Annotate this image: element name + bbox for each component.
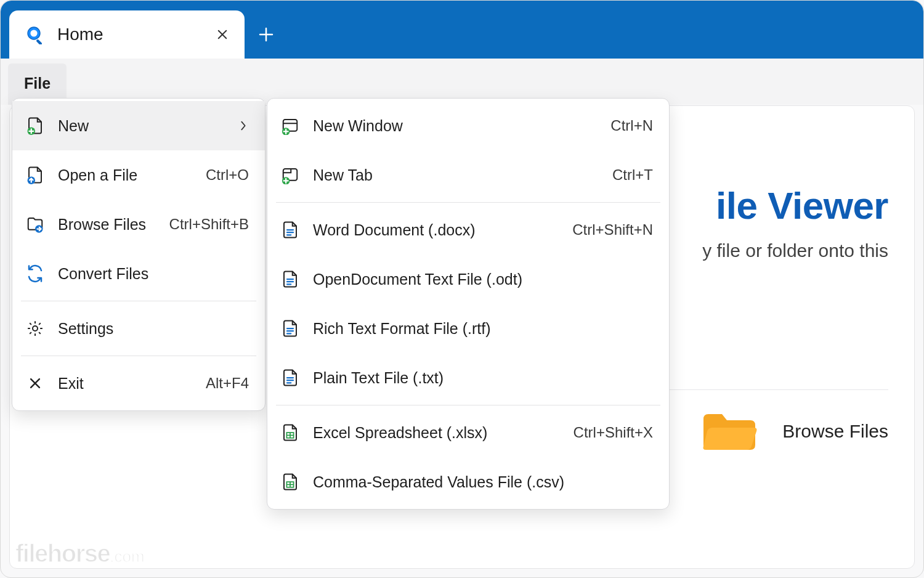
menu-item-shortcut: Ctrl+N (610, 117, 653, 134)
new-file-plus-icon (25, 115, 46, 136)
menu-item-label: Settings (58, 320, 249, 338)
spreadsheet-icon (280, 471, 301, 492)
watermark-suffix: .com (110, 547, 144, 566)
tab-bar: Home (1, 1, 923, 59)
browse-files-button[interactable]: Browse Files (701, 409, 888, 454)
svg-rect-2 (36, 39, 43, 44)
close-icon[interactable] (214, 26, 231, 43)
new-menu-csv[interactable]: Comma-Separated Values File (.csv) (267, 457, 669, 507)
menu-item-label: Word Document (.docx) (313, 221, 560, 239)
menu-item-shortcut: Ctrl+Shift+N (572, 221, 653, 238)
new-menu-txt[interactable]: Plain Text File (.txt) (267, 353, 669, 402)
folder-icon (701, 409, 758, 454)
watermark-brand: filehorse (15, 540, 110, 567)
document-icon (280, 269, 301, 290)
menu-item-label: Exit (58, 375, 193, 393)
document-icon (280, 367, 301, 388)
menu-item-shortcut: Ctrl+T (612, 166, 653, 184)
watermark: filehorse.com (15, 540, 145, 568)
menu-item-label: Comma-Separated Values File (.csv) (313, 473, 653, 491)
new-menu-window[interactable]: New Window Ctrl+N (267, 101, 669, 150)
menu-item-shortcut: Alt+F4 (206, 375, 249, 392)
menu-separator (276, 405, 660, 405)
menu-item-shortcut: Ctrl+O (206, 166, 249, 184)
menu-item-label: Rich Text Format File (.rtf) (313, 320, 653, 338)
magnifier-icon (24, 23, 46, 46)
menu-item-label: New Tab (313, 166, 600, 184)
menu-item-label: Open a File (58, 166, 193, 184)
svg-point-1 (30, 30, 37, 36)
spreadsheet-icon (280, 422, 301, 443)
new-menu-xlsx[interactable]: Excel Spreadsheet (.xlsx) Ctrl+Shift+X (267, 408, 669, 457)
browse-files-label: Browse Files (782, 421, 888, 442)
file-menu-exit[interactable]: Exit Alt+F4 (12, 359, 265, 408)
menu-separator (276, 202, 660, 203)
menu-item-label: Browse Files (58, 216, 157, 234)
menu-item-label: Convert Files (58, 265, 249, 283)
menu-item-shortcut: Ctrl+Shift+X (573, 424, 653, 441)
document-icon (280, 318, 301, 339)
file-menu-open[interactable]: Open a File Ctrl+O (12, 150, 265, 200)
file-menu-convert[interactable]: Convert Files (12, 249, 265, 298)
file-menu-settings[interactable]: Settings (12, 304, 265, 353)
file-menu-new[interactable]: New (12, 101, 265, 150)
new-menu-rtf[interactable]: Rich Text Format File (.rtf) (267, 304, 669, 353)
folder-arrow-icon (25, 214, 46, 235)
new-menu-tab[interactable]: New Tab Ctrl+T (267, 150, 669, 200)
chevron-right-icon (238, 120, 249, 131)
file-menu-browse[interactable]: Browse Files Ctrl+Shift+B (12, 200, 265, 249)
menu-separator (21, 301, 256, 301)
new-menu-docx[interactable]: Word Document (.docx) Ctrl+Shift+N (267, 205, 669, 254)
tab-title: Home (57, 25, 203, 44)
menu-item-shortcut: Ctrl+Shift+B (169, 216, 249, 233)
menu-item-label: Excel Spreadsheet (.xlsx) (313, 424, 561, 442)
new-tab-button[interactable] (245, 10, 288, 59)
menu-item-label: OpenDocument Text File (.odt) (313, 271, 653, 288)
new-submenu: New Window Ctrl+N New Tab Ctrl+T (267, 98, 670, 510)
convert-icon (25, 263, 46, 284)
svg-point-13 (33, 326, 38, 331)
close-icon (25, 373, 46, 394)
menu-separator (21, 356, 256, 356)
menu-item-label: New (58, 117, 225, 135)
new-tab-icon (280, 165, 301, 185)
drop-hint-fragment: y file or folder onto this (702, 240, 888, 261)
open-file-icon (25, 165, 46, 185)
tab-home[interactable]: Home (9, 10, 245, 59)
app-title-fragment: ile Viewer (716, 184, 888, 227)
document-icon (280, 219, 301, 240)
new-menu-odt[interactable]: OpenDocument Text File (.odt) (267, 254, 669, 304)
menu-item-label: Plain Text File (.txt) (313, 369, 653, 387)
new-window-icon (280, 115, 301, 136)
menu-item-label: New Window (313, 117, 598, 135)
file-menu: New Open a File Ctrl+O (12, 98, 265, 411)
gear-icon (25, 318, 46, 339)
